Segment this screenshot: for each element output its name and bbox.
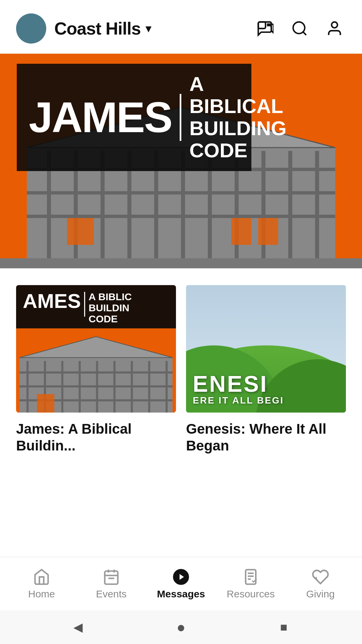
nav-label-events: Events [96,588,127,600]
avatar [16,13,46,44]
nav-icon-resources [242,568,259,586]
nav-item-events[interactable]: Events [76,568,146,600]
svg-rect-24 [0,258,362,268]
header: Coast Hills ▾ [0,0,362,54]
nav-label-giving: Giving [306,588,335,600]
nav-item-resources[interactable]: Resources [216,568,286,600]
svg-rect-38 [19,385,172,387]
svg-rect-19 [27,191,335,195]
system-home-button[interactable]: ● [173,619,189,636]
resources-icon [242,568,259,586]
hero-text-block: JAMES A BIBLICAL BUILDING CODE [17,64,251,171]
series-grid: AMES A BIBLIC BUILDIN CODE [0,268,362,468]
giving-icon [312,568,329,586]
system-recent-button[interactable]: ■ [276,619,292,636]
nav-icon-events [103,568,120,586]
user-button[interactable] [323,17,346,40]
svg-point-1 [293,22,305,34]
chat-icon [256,20,274,37]
svg-rect-21 [67,218,94,245]
circle-icon: ● [177,619,186,636]
search-button[interactable] [288,17,311,40]
series-thumb-genesis: ENESI ERE IT ALL BEGI [186,285,346,413]
series-card-genesis[interactable]: ENESI ERE IT ALL BEGI Genesis: Where It … [186,285,346,454]
nav-label-home: Home [28,588,55,600]
hero-subtitle-line1: A BIBLICAL [189,73,287,117]
calendar-icon [103,568,120,586]
home-icon [33,568,50,586]
thumb-genesis-title: ENESI [193,372,339,395]
hero-banner[interactable]: JAMES A BIBLICAL BUILDING CODE [0,54,362,268]
hero-subtitle-line2: BUILDING [189,117,287,140]
square-icon: ■ [280,620,288,634]
bottom-nav: Home Events Messages [0,557,362,610]
thumb-james-big: AMES [23,291,81,311]
nav-label-resources: Resources [227,588,275,600]
svg-rect-22 [231,218,251,245]
chevron-down-icon: ▾ [145,21,152,36]
thumb-james-container: AMES A BIBLIC BUILDIN CODE [16,285,176,413]
thumb-james-sub1: A BIBLIC [88,291,132,302]
back-icon: ◀ [73,620,83,634]
system-nav: ◀ ● ■ [0,610,362,644]
thumb-james-textblock: AMES A BIBLIC BUILDIN CODE [16,285,176,328]
thumb-james-sub-block: A BIBLIC BUILDIN CODE [88,291,132,324]
nav-label-messages: Messages [157,588,205,600]
svg-rect-40 [37,394,54,413]
hero-subtitle-block: A BIBLICAL BUILDING CODE [189,73,287,162]
thumb-james-divider [84,292,85,317]
svg-rect-20 [27,215,335,218]
thumb-genesis-sub: ERE IT ALL BEGI [193,395,339,406]
svg-rect-0 [258,22,266,29]
thumb-james-sub2: BUILDIN [88,302,132,313]
nav-item-giving[interactable]: Giving [286,568,355,600]
search-icon [291,20,308,37]
nav-icon-home [33,568,50,586]
hero-title-row: JAMES A BIBLICAL BUILDING CODE [29,73,239,162]
svg-line-2 [303,32,306,35]
thumb-james-sub3: CODE [88,313,132,324]
user-icon [326,20,343,37]
hero-title-divider [180,94,181,141]
header-left: Coast Hills ▾ [16,13,152,44]
svg-point-3 [331,22,337,28]
church-name: Coast Hills [54,18,141,39]
thumb-james-building-svg [16,328,176,413]
hero-title-james: JAMES [29,96,172,139]
thumb-genesis-text: ENESI ERE IT ALL BEGI [193,372,339,406]
church-selector[interactable]: Coast Hills ▾ [54,18,152,39]
svg-rect-37 [19,371,172,373]
play-circle-icon [172,568,190,586]
nav-icon-messages [172,568,190,586]
thumb-james-building-area [16,328,176,413]
thumb-genesis-container: ENESI ERE IT ALL BEGI [186,285,346,413]
series-card-james[interactable]: AMES A BIBLIC BUILDIN CODE [16,285,176,454]
header-icons [253,17,346,40]
nav-item-messages[interactable]: Messages [146,568,216,600]
series-title-james: James: A Biblical Buildin... [16,421,176,454]
nav-item-home[interactable]: Home [7,568,76,600]
series-title-genesis: Genesis: Where It All Began [186,421,346,454]
thumb-james-title-row: AMES A BIBLIC BUILDIN CODE [23,291,169,324]
nav-icon-giving [312,568,329,586]
series-thumb-james: AMES A BIBLIC BUILDIN CODE [16,285,176,413]
svg-rect-45 [105,571,118,584]
svg-rect-23 [258,218,278,245]
hero-subtitle-line3: CODE [189,140,287,162]
chat-button[interactable] [253,17,276,40]
system-back-button[interactable]: ◀ [70,619,86,636]
